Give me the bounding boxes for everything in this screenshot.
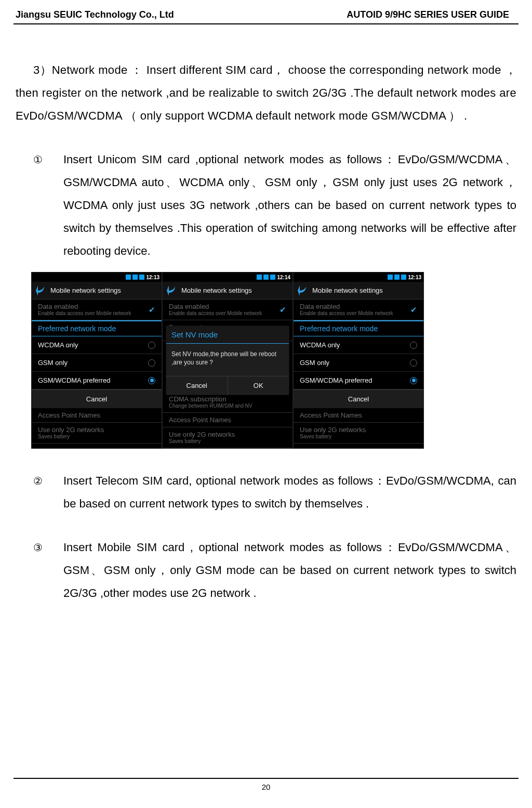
list-body-1: Insert Unicom SIM card ,optional network… [63, 148, 516, 263]
radio-on-icon [148, 377, 155, 384]
data-enabled-sub: Enable data access over Mobile network [300, 310, 393, 317]
list-mark-1: ① [16, 148, 63, 263]
opt-label: GSM/WCDMA preferred [38, 376, 110, 384]
header-right: AUTOID 9/9HC SERIES USER GUIDE [347, 9, 509, 20]
opt-label: GSM only [38, 359, 68, 367]
screenshot-3: 12:13 Mobile network settings Data enabl… [293, 272, 424, 449]
battery-icon [139, 275, 144, 280]
option-gsm-wcdma-preferred[interactable]: GSM/WCDMA preferred [294, 372, 423, 389]
radio-icon [148, 359, 155, 367]
row-apn[interactable]: Access Point Names [294, 408, 423, 423]
signal-icon [394, 275, 400, 280]
data-enabled-sub: Enable data access over Mobile network [38, 310, 131, 317]
screen-title: Mobile network settings [312, 286, 383, 294]
radio-icon [410, 359, 417, 367]
header-divider [14, 23, 518, 24]
header-left: Jiangsu SEUIC Technology Co., Ltd [16, 9, 174, 20]
use2g-sub: Saves battery [38, 434, 155, 440]
row-apn[interactable]: Access Point Names [32, 408, 162, 423]
list-body-3: Insert Mobile SIM card , optional networ… [63, 536, 516, 605]
data-enabled-label: Data enabled [300, 303, 393, 310]
option-gsm-only[interactable]: GSM only [294, 354, 423, 372]
page-number: 20 [0, 783, 532, 791]
use2g-label: Use only 2G networks [300, 426, 417, 434]
cancel-button[interactable]: Cancel [32, 389, 162, 408]
option-wcdma-only[interactable]: WCDMA only [294, 336, 423, 354]
ok-button[interactable]: OK [228, 376, 289, 395]
battery-icon [401, 275, 406, 280]
opt-label: WCDMA only [38, 341, 78, 349]
paragraph-network-mode: 3）Network mode ： Insert different SIM ca… [16, 59, 516, 127]
row-data-enabled[interactable]: Data enabledEnable data access over Mobi… [294, 299, 423, 320]
back-icon[interactable] [35, 284, 47, 297]
list-mark-2: ② [16, 470, 63, 515]
row-use-2g[interactable]: Use only 2G networksSaves battery [294, 423, 423, 444]
screen-title: Mobile network settings [50, 286, 121, 294]
opt-label: WCDMA only [300, 341, 340, 349]
check-icon: ✔ [149, 305, 155, 315]
signal-icon [388, 275, 393, 280]
opt-label: GSM only [300, 359, 329, 367]
list-body-2: Insert Telecom SIM card, optional networ… [63, 470, 516, 515]
apn-label: Access Point Names [300, 411, 417, 419]
footer-divider [14, 778, 518, 779]
list-mark-3: ③ [16, 536, 63, 605]
cancel-button[interactable]: Cancel [294, 389, 423, 408]
status-time: 12:13 [408, 275, 421, 280]
radio-on-icon [410, 377, 417, 384]
radio-icon [148, 342, 155, 349]
use2g-label: Use only 2G networks [38, 426, 155, 434]
dialog-body: Set NV mode,the phone will be reboot ,ar… [166, 344, 289, 376]
opt-label: GSM/WCDMA preferred [300, 376, 372, 384]
signal-icon [132, 275, 138, 280]
back-icon[interactable] [297, 284, 309, 297]
option-wcdma-only[interactable]: WCDMA only [32, 336, 162, 354]
signal-icon [126, 275, 131, 280]
row-data-enabled[interactable]: Data enabledEnable data access over Mobi… [32, 299, 162, 320]
option-gsm-wcdma-preferred[interactable]: GSM/WCDMA preferred [32, 372, 162, 389]
dialog-title: Set NV mode [166, 326, 289, 344]
screenshot-2: 12:14 Mobile network settings Data enabl… [162, 272, 293, 449]
screenshot-1: 12:13 Mobile network settings Data enabl… [31, 272, 162, 449]
screenshot-row: 12:13 Mobile network settings Data enabl… [31, 272, 516, 449]
dialog-title: Preferred network mode [32, 320, 162, 336]
cancel-button[interactable]: Cancel [166, 376, 228, 395]
page-content: 3）Network mode ： Insert different SIM ca… [0, 27, 532, 624]
check-icon: ✔ [410, 305, 417, 315]
dialog-title: Preferred network mode [294, 320, 423, 336]
radio-icon [410, 342, 417, 349]
status-time: 12:13 [146, 275, 159, 280]
row-use-2g[interactable]: Use only 2G networksSaves battery [32, 423, 162, 444]
data-enabled-label: Data enabled [38, 303, 131, 310]
use2g-sub: Saves battery [300, 434, 417, 440]
option-gsm-only[interactable]: GSM only [32, 354, 162, 372]
apn-label: Access Point Names [38, 411, 155, 419]
nv-mode-dialog: Set NV mode Set NV mode,the phone will b… [166, 325, 289, 395]
